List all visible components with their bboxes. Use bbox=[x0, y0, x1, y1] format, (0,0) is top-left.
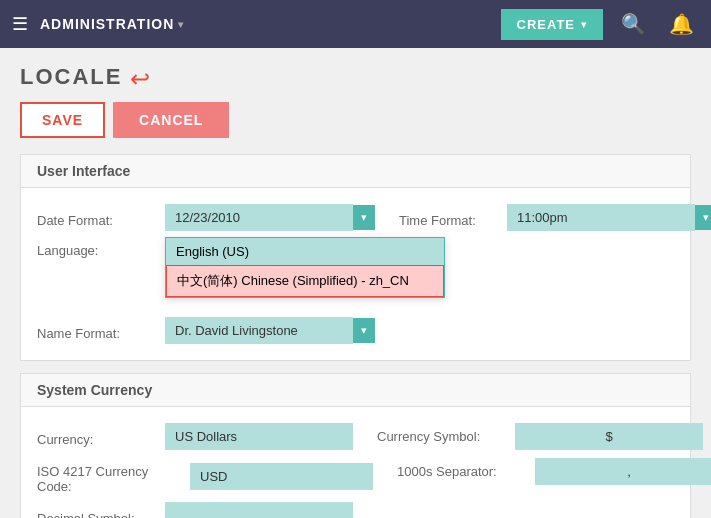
system-currency-header: System Currency bbox=[21, 374, 690, 407]
currency-symbol-input[interactable] bbox=[515, 423, 703, 450]
decimal-input[interactable] bbox=[165, 502, 353, 518]
time-format-dropdown-arrow[interactable]: ▾ bbox=[695, 205, 711, 230]
nav-title-arrow-icon: ▾ bbox=[178, 19, 184, 30]
system-currency-section: System Currency Currency: Currency Symbo… bbox=[20, 373, 691, 518]
currency-symbol-label: Currency Symbol: bbox=[377, 429, 507, 444]
navbar: ☰ ADMINISTRATION ▾ CREATE ▾ 🔍 🔔 bbox=[0, 0, 711, 48]
system-currency-body: Currency: Currency Symbol: ISO 4217 Curr… bbox=[21, 407, 690, 518]
date-format-input[interactable] bbox=[165, 204, 353, 231]
page-title: LOCALE bbox=[20, 64, 122, 90]
name-format-input[interactable] bbox=[165, 317, 353, 344]
decimal-label: Decimal Symbol: bbox=[37, 505, 157, 518]
create-button[interactable]: CREATE ▾ bbox=[501, 9, 603, 40]
iso-row: ISO 4217 Currency Code: 1000s Separator: bbox=[37, 458, 674, 494]
name-format-dropdown-arrow[interactable]: ▾ bbox=[353, 318, 375, 343]
language-row: Language: English (US) 中文(简体) Chinese (S… bbox=[37, 237, 674, 261]
nav-title: ADMINISTRATION ▾ bbox=[40, 16, 184, 32]
currency-input[interactable] bbox=[165, 423, 353, 450]
language-label: Language: bbox=[37, 237, 157, 258]
user-interface-body: Date Format: ▾ Time Format: ▾ Language: bbox=[21, 188, 690, 360]
currency-row: Currency: Currency Symbol: bbox=[37, 423, 674, 450]
notification-button[interactable]: 🔔 bbox=[663, 6, 699, 42]
time-format-dropdown[interactable]: ▾ bbox=[507, 204, 711, 231]
user-interface-header: User Interface bbox=[21, 155, 690, 188]
currency-label: Currency: bbox=[37, 426, 157, 447]
name-format-label: Name Format: bbox=[37, 320, 157, 341]
hamburger-menu-icon[interactable]: ☰ bbox=[12, 13, 28, 35]
search-icon: 🔍 bbox=[621, 12, 646, 36]
action-buttons: SAVE CANCEL bbox=[20, 102, 691, 138]
cancel-button[interactable]: CANCEL bbox=[113, 102, 229, 138]
thousands-separator-input[interactable] bbox=[535, 458, 711, 485]
nav-title-text: ADMINISTRATION bbox=[40, 16, 174, 32]
search-button[interactable]: 🔍 bbox=[615, 6, 651, 42]
decimal-row: Decimal Symbol: bbox=[37, 502, 674, 518]
time-format-input[interactable] bbox=[507, 204, 695, 231]
main-content: LOCALE ↩ SAVE CANCEL User Interface Date… bbox=[0, 48, 711, 518]
save-button[interactable]: SAVE bbox=[20, 102, 105, 138]
annotation-arrow: ↩ bbox=[130, 65, 150, 93]
date-format-label: Date Format: bbox=[37, 207, 157, 228]
create-button-label: CREATE bbox=[517, 17, 575, 32]
date-format-dropdown[interactable]: ▾ bbox=[165, 204, 375, 231]
create-dropdown-arrow-icon: ▾ bbox=[581, 19, 587, 30]
language-dropdown-open[interactable]: English (US) 中文(简体) Chinese (Simplified)… bbox=[165, 237, 445, 298]
iso-input[interactable] bbox=[190, 463, 373, 490]
time-format-label: Time Format: bbox=[399, 207, 499, 228]
iso-label: ISO 4217 Currency Code: bbox=[37, 458, 182, 494]
page-title-row: LOCALE ↩ bbox=[20, 64, 691, 94]
language-option-chinese[interactable]: 中文(简体) Chinese (Simplified) - zh_CN bbox=[166, 265, 444, 297]
language-option-english[interactable]: English (US) bbox=[166, 238, 444, 265]
thousands-separator-label: 1000s Separator: bbox=[397, 464, 527, 479]
date-format-dropdown-arrow[interactable]: ▾ bbox=[353, 205, 375, 230]
user-interface-section: User Interface Date Format: ▾ Time Forma… bbox=[20, 154, 691, 361]
name-format-row: Name Format: ▾ bbox=[37, 317, 674, 344]
notification-icon: 🔔 bbox=[669, 12, 694, 36]
name-format-dropdown[interactable]: ▾ bbox=[165, 317, 375, 344]
date-time-row: Date Format: ▾ Time Format: ▾ bbox=[37, 204, 674, 231]
